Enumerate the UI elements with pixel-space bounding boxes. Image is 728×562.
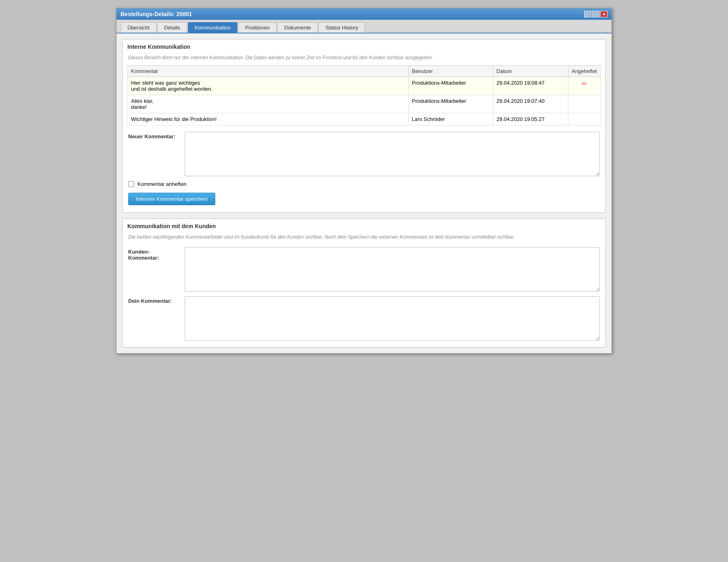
content-area: Interne Kommunikation Dieses Bereich die… (116, 33, 612, 353)
tab-bar: Übersicht Details Kommunikation Position… (116, 20, 612, 33)
tab-uebersicht[interactable]: Übersicht (121, 22, 156, 33)
minimize-button[interactable]: ─ (584, 11, 591, 17)
close-icon: ✕ (602, 12, 605, 17)
pin-icon: ✏ (582, 80, 587, 87)
interne-kommunikation-description: Dieses Bereich dient nur der internen Ko… (123, 52, 605, 65)
kunden-kommentar-input[interactable] (185, 247, 600, 291)
new-comment-input[interactable] (185, 132, 600, 176)
pin-checkbox[interactable] (128, 181, 134, 187)
tab-kommunikation[interactable]: Kommunikation (188, 22, 238, 33)
new-comment-row: Neuer Kommentar: (123, 129, 605, 179)
comment-text-2: Alles klar,danke! (128, 95, 409, 113)
dein-kommentar-label: Dein Kommentar: (128, 296, 181, 304)
dein-kommentar-row: Dein Kommentar: (123, 294, 605, 346)
new-comment-label: Neuer Kommentar: (128, 132, 181, 139)
comment-text-1: Hier steht was ganz wichtigesund ist des… (128, 77, 409, 95)
dein-kommentar-input[interactable] (185, 296, 600, 341)
tab-positionen[interactable]: Positionen (238, 22, 277, 33)
comment-pin-1[interactable]: ✏ (568, 77, 601, 95)
maximize-button[interactable]: □ (592, 11, 599, 17)
interne-kommunikation-title: Interne Kommunikation (127, 44, 605, 52)
table-row: Alles klar,danke! Produktions-Mitarbeite… (128, 95, 601, 113)
table-row: Wichtiger Hinweis für die Produktion! La… (128, 113, 601, 125)
minimize-icon: ─ (586, 12, 589, 17)
comment-date-2: 29.04.2020 19:07:40 (493, 95, 568, 113)
th-benutzer: Benutzer (408, 66, 493, 77)
kunden-kommunikation-section: Kommunikation mit dem Kunden Die beiden … (122, 219, 606, 348)
kunden-kommentar-row: Kunden- Kommentar: (123, 245, 605, 294)
save-internal-comment-button[interactable]: Internen Kommentar speichern (128, 193, 215, 205)
kunden-kommentar-label: Kunden- Kommentar: (128, 247, 181, 261)
comment-date-1: 29.04.2020 19:08:47 (493, 77, 568, 95)
th-datum: Datum (493, 66, 568, 77)
comment-user-2: Produktions-Mitarbeiter (408, 95, 493, 113)
title-bar: Bestellungs-Details: 20001 ─ □ ✕ (116, 8, 612, 20)
interne-kommunikation-section: Interne Kommunikation Dieses Bereich die… (122, 39, 606, 213)
th-kommentar: Kommentar (128, 66, 409, 77)
comment-text-3: Wichtiger Hinweis für die Produktion! (128, 113, 409, 125)
maximize-icon: □ (595, 12, 597, 17)
comment-pin-2 (568, 95, 601, 113)
comments-table: Kommentar Benutzer Datum Angeheftet Hier… (127, 65, 601, 125)
main-window: Bestellungs-Details: 20001 ─ □ ✕ Übersic… (116, 8, 612, 354)
close-button[interactable]: ✕ (600, 11, 607, 17)
kunden-kommunikation-description: Die beiden nachfolgenden Kommentarfelder… (123, 231, 605, 245)
tab-status-history[interactable]: Status History (318, 22, 365, 33)
comment-date-3: 29.04.2020 19:05:27 (493, 113, 568, 125)
tab-details[interactable]: Details (157, 22, 187, 33)
comment-pin-3 (568, 113, 601, 125)
window-controls: ─ □ ✕ (584, 11, 607, 17)
tab-dokumente[interactable]: Dokumente (277, 22, 318, 33)
window-title: Bestellungs-Details: 20001 (121, 11, 192, 17)
th-angeheftet: Angeheftet (568, 66, 601, 77)
kunden-kommunikation-title: Kommunikation mit dem Kunden (127, 223, 605, 231)
comment-user-3: Lars Schröder (408, 113, 493, 125)
pin-checkbox-row: Kommentar anheften (123, 179, 605, 191)
comment-user-1: Produktions-Mitarbeiter (408, 77, 493, 95)
pin-checkbox-label: Kommentar anheften (137, 181, 186, 187)
table-row: Hier steht was ganz wichtigesund ist des… (128, 77, 601, 95)
